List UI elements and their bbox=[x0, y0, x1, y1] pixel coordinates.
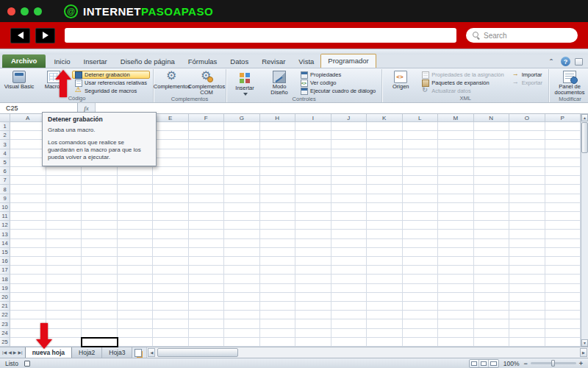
cell-I3[interactable] bbox=[295, 140, 331, 149]
cell-P14[interactable] bbox=[545, 239, 581, 248]
cell-F19[interactable] bbox=[189, 284, 225, 293]
cell-H4[interactable] bbox=[260, 149, 296, 158]
horizontal-scroll-thumb[interactable] bbox=[157, 348, 238, 357]
close-window-icon[interactable] bbox=[7, 7, 15, 15]
row-header-2[interactable]: 2 bbox=[0, 131, 10, 140]
cell-L7[interactable] bbox=[403, 176, 439, 185]
cell-N15[interactable] bbox=[474, 248, 510, 257]
tab-inicio[interactable]: Inicio bbox=[47, 55, 76, 68]
cell-M22[interactable] bbox=[438, 311, 474, 319]
cell-O18[interactable] bbox=[509, 275, 545, 283]
column-header-I[interactable]: I bbox=[295, 114, 331, 122]
cell-I9[interactable] bbox=[295, 194, 331, 203]
cell-G12[interactable] bbox=[224, 221, 260, 230]
complementos-button[interactable]: Complementos bbox=[156, 70, 188, 90]
cell-H8[interactable] bbox=[260, 185, 296, 194]
cell-I22[interactable] bbox=[295, 311, 331, 319]
cell-M20[interactable] bbox=[438, 293, 474, 302]
cell-I6[interactable] bbox=[295, 167, 331, 176]
cell-M4[interactable] bbox=[438, 149, 474, 158]
page-break-view-icon[interactable] bbox=[489, 360, 498, 367]
cell-J15[interactable] bbox=[331, 248, 368, 257]
cell-H5[interactable] bbox=[260, 158, 296, 167]
cell-O21[interactable] bbox=[509, 302, 545, 311]
cell-A13[interactable] bbox=[10, 230, 46, 238]
cell-O17[interactable] bbox=[509, 266, 545, 275]
cell-O4[interactable] bbox=[509, 149, 545, 158]
cell-O23[interactable] bbox=[509, 319, 545, 328]
cell-O11[interactable] bbox=[509, 212, 545, 221]
modo-diseno-button[interactable]: Modo Diseño bbox=[263, 70, 295, 96]
column-header-E[interactable]: E bbox=[153, 114, 189, 122]
cell-L24[interactable] bbox=[403, 329, 439, 338]
seguridad-macros-button[interactable]: Seguridad de macros bbox=[72, 87, 150, 95]
cell-C10[interactable] bbox=[82, 203, 118, 212]
row-header-11[interactable]: 11 bbox=[0, 212, 10, 221]
cell-F15[interactable] bbox=[189, 248, 225, 257]
cell-E5[interactable] bbox=[153, 158, 189, 167]
cell-C24[interactable] bbox=[82, 329, 118, 338]
cell-J10[interactable] bbox=[331, 203, 368, 212]
cell-E18[interactable] bbox=[153, 275, 189, 283]
cell-F6[interactable] bbox=[189, 167, 225, 176]
cell-E3[interactable] bbox=[153, 140, 189, 149]
vertical-scroll-thumb[interactable] bbox=[581, 122, 588, 153]
cell-O13[interactable] bbox=[509, 230, 545, 238]
horizontal-scrollbar[interactable] bbox=[146, 347, 588, 358]
column-header-N[interactable]: N bbox=[474, 114, 510, 122]
sheet-tab-hoja3[interactable]: Hoja3 bbox=[102, 347, 132, 358]
cell-A6[interactable] bbox=[10, 167, 46, 176]
cell-P25[interactable] bbox=[545, 338, 581, 347]
cell-A5[interactable] bbox=[10, 158, 46, 167]
cell-K22[interactable] bbox=[367, 311, 403, 319]
cell-M10[interactable] bbox=[438, 203, 474, 212]
cell-I4[interactable] bbox=[295, 149, 331, 158]
cell-B17[interactable] bbox=[46, 266, 82, 275]
cell-A17[interactable] bbox=[10, 266, 46, 275]
row-header-24[interactable]: 24 bbox=[0, 329, 10, 338]
cell-P1[interactable] bbox=[545, 122, 581, 131]
cell-M6[interactable] bbox=[438, 167, 474, 176]
cell-E17[interactable] bbox=[153, 266, 189, 275]
cell-M21[interactable] bbox=[438, 302, 474, 311]
cell-H14[interactable] bbox=[260, 239, 296, 248]
row-header-8[interactable]: 8 bbox=[0, 185, 10, 194]
cell-J2[interactable] bbox=[331, 131, 368, 140]
cell-H16[interactable] bbox=[260, 257, 296, 266]
cell-H20[interactable] bbox=[260, 293, 296, 302]
cell-D23[interactable] bbox=[118, 319, 154, 328]
cell-A18[interactable] bbox=[10, 275, 46, 283]
cell-K8[interactable] bbox=[367, 185, 403, 194]
cell-F13[interactable] bbox=[189, 230, 225, 238]
sheet-tab-nueva-hoja[interactable]: nueva hoja bbox=[25, 347, 72, 358]
search-box[interactable] bbox=[466, 28, 578, 43]
cell-F8[interactable] bbox=[189, 185, 225, 194]
row-header-13[interactable]: 13 bbox=[0, 230, 10, 238]
cell-L23[interactable] bbox=[403, 319, 439, 328]
cell-E7[interactable] bbox=[153, 176, 189, 185]
cell-O3[interactable] bbox=[509, 140, 545, 149]
row-header-20[interactable]: 20 bbox=[0, 293, 10, 302]
cell-E4[interactable] bbox=[153, 149, 189, 158]
cell-E11[interactable] bbox=[153, 212, 189, 221]
cell-I14[interactable] bbox=[295, 239, 331, 248]
cell-P16[interactable] bbox=[545, 257, 581, 266]
cell-H12[interactable] bbox=[260, 221, 296, 230]
tab-revisar[interactable]: Revisar bbox=[255, 55, 292, 68]
cell-H23[interactable] bbox=[260, 319, 296, 328]
minimize-ribbon-icon[interactable] bbox=[549, 58, 556, 66]
cell-G8[interactable] bbox=[224, 185, 260, 194]
cell-A21[interactable] bbox=[10, 302, 46, 311]
cell-P15[interactable] bbox=[545, 248, 581, 257]
cell-L13[interactable] bbox=[403, 230, 439, 238]
row-header-12[interactable]: 12 bbox=[0, 221, 10, 230]
cell-G23[interactable] bbox=[224, 319, 260, 328]
first-sheet-icon[interactable] bbox=[2, 350, 7, 355]
cell-B13[interactable] bbox=[46, 230, 82, 238]
cell-I25[interactable] bbox=[295, 338, 331, 347]
cell-L19[interactable] bbox=[403, 284, 439, 293]
cell-B6[interactable] bbox=[46, 167, 82, 176]
cell-L6[interactable] bbox=[403, 167, 439, 176]
cell-P20[interactable] bbox=[545, 293, 581, 302]
cell-N23[interactable] bbox=[474, 319, 510, 328]
